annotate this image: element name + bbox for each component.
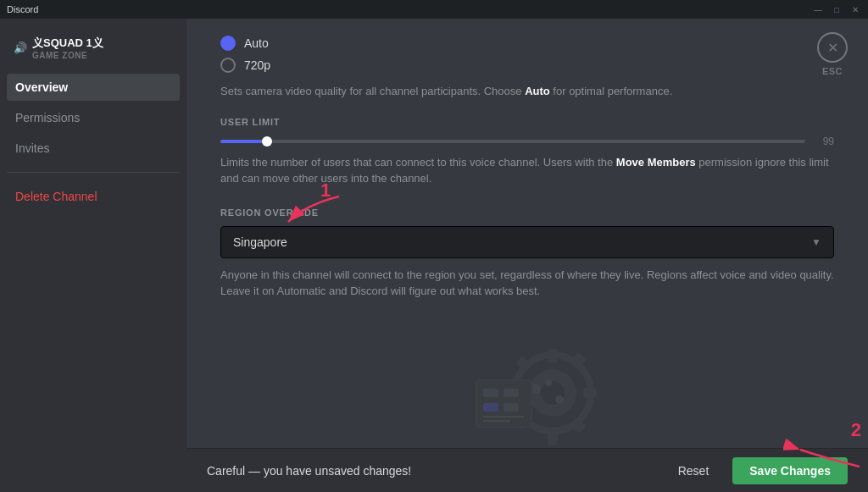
svg-rect-18: [483, 403, 498, 412]
unsaved-warning: Careful — you have unsaved changes!: [207, 464, 411, 478]
svg-rect-17: [504, 389, 519, 397]
esc-circle[interactable]: ✕: [817, 32, 848, 63]
slider-value: 99: [814, 135, 834, 147]
save-changes-button[interactable]: Save Changes: [732, 457, 848, 484]
sidebar-item-invites[interactable]: Invites: [7, 135, 180, 162]
annotation-1: 1: [320, 180, 331, 202]
svg-rect-19: [504, 403, 519, 412]
slider-fill: [220, 140, 267, 143]
auto-option-label: Auto: [244, 36, 269, 50]
content-area: ✕ ESC Auto 720p Sets camera video qualit…: [186, 19, 868, 492]
settings-content: Auto 720p Sets camera video quality for …: [186, 19, 868, 448]
maximize-button[interactable]: □: [831, 3, 843, 15]
sidebar: 🔊 义SQUAD 1义 GAME ZONE Overview Permissio…: [0, 19, 186, 492]
region-dropdown[interactable]: Singapore ▼: [220, 226, 834, 258]
region-override-label: REGION OVERRIDE: [220, 207, 834, 218]
esc-label: ESC: [822, 66, 843, 76]
video-quality-auto-option[interactable]: Auto: [220, 36, 834, 51]
user-limit-description: Limits the number of users that can conn…: [220, 154, 834, 187]
esc-button[interactable]: ✕ ESC: [817, 32, 848, 76]
video-quality-720p-option[interactable]: 720p: [220, 58, 834, 73]
svg-rect-8: [515, 356, 532, 373]
720p-option-label: 720p: [244, 58, 270, 72]
region-description: Anyone in this channel will connect to t…: [220, 267, 834, 300]
region-section: 1 Singapore ▼: [220, 226, 834, 258]
reset-button[interactable]: Reset: [668, 459, 720, 483]
app-container: 🔊 义SQUAD 1义 GAME ZONE Overview Permissio…: [0, 19, 868, 492]
user-limit-label: USER LIMIT: [220, 117, 834, 127]
bottom-bar: Careful — you have unsaved changes! Rese…: [186, 448, 868, 492]
user-limit-slider-container: 99: [220, 135, 834, 147]
radio-auto[interactable]: [220, 36, 236, 51]
server-subtitle: GAME ZONE: [32, 51, 103, 60]
close-button[interactable]: ✕: [849, 3, 861, 15]
svg-rect-16: [483, 389, 498, 397]
illustration-area: [220, 317, 834, 449]
server-title: 义SQUAD 1义: [32, 36, 103, 51]
nav-divider: [7, 172, 180, 173]
svg-rect-7: [583, 388, 597, 398]
server-emoji: 🔊: [14, 41, 27, 54]
sidebar-item-permissions[interactable]: Permissions: [7, 104, 180, 131]
slider-track[interactable]: [220, 140, 805, 143]
region-selected-value: Singapore: [233, 235, 287, 249]
delete-channel-button[interactable]: Delete Channel: [7, 183, 180, 210]
video-quality-description: Sets camera video quality for all channe…: [220, 83, 834, 100]
titlebar: Discord — □ ✕: [0, 0, 868, 19]
app-title: Discord: [7, 4, 38, 14]
svg-rect-4: [548, 349, 558, 362]
minimize-button[interactable]: —: [812, 3, 824, 15]
slider-thumb[interactable]: [262, 136, 272, 146]
chevron-down-icon: ▼: [811, 236, 821, 248]
bottom-actions: Reset Save Changes: [668, 457, 848, 484]
sidebar-item-overview[interactable]: Overview: [7, 74, 180, 101]
server-name-header: 🔊 义SQUAD 1义 GAME ZONE: [7, 32, 180, 70]
svg-rect-5: [548, 432, 558, 445]
svg-point-13: [555, 395, 564, 404]
svg-point-14: [545, 379, 552, 386]
window-controls: — □ ✕: [812, 3, 861, 15]
radio-720p[interactable]: [220, 58, 236, 73]
settings-illustration: [434, 334, 620, 449]
